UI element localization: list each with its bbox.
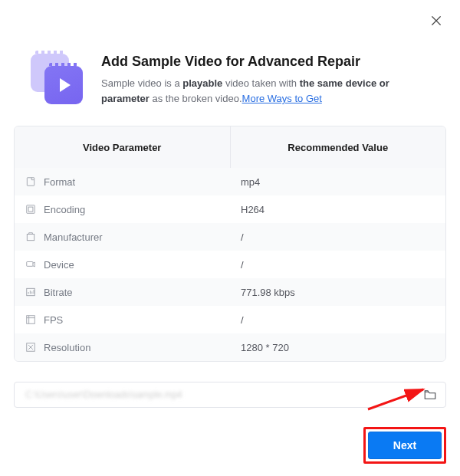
bitrate-icon <box>25 287 36 297</box>
dialog-subtitle: Sample video is a playable video taken w… <box>101 76 439 107</box>
table-row: Resolution 1280 * 720 <box>15 333 445 361</box>
close-button[interactable] <box>429 14 443 28</box>
svg-rect-4 <box>28 207 33 212</box>
manufacturer-icon <box>25 231 36 242</box>
svg-rect-8 <box>27 316 35 324</box>
fps-icon <box>25 314 36 325</box>
annotation-highlight-box: Next <box>363 427 446 464</box>
table-row: FPS / <box>15 306 445 333</box>
more-ways-link[interactable]: More Ways to Get <box>242 93 322 104</box>
device-icon <box>25 259 36 270</box>
resolution-icon <box>25 342 36 353</box>
sample-path-field[interactable]: C:\Users\user\Downloads\sample.mp4 <box>14 382 446 408</box>
parameter-table: Video Parameter Recommended Value Format… <box>14 126 446 362</box>
svg-rect-2 <box>27 178 34 186</box>
browse-folder-button[interactable] <box>422 388 438 402</box>
dialog-title: Add Sample Video for Advanced Repair <box>101 54 439 70</box>
folder-icon <box>422 391 438 404</box>
encoding-icon <box>25 204 36 215</box>
next-button[interactable]: Next <box>368 432 442 459</box>
video-app-icon <box>31 54 84 107</box>
table-row: Device / <box>15 251 445 278</box>
svg-rect-5 <box>27 235 34 241</box>
table-row: Bitrate 771.98 kbps <box>15 278 445 306</box>
svg-rect-3 <box>27 205 35 214</box>
format-icon <box>25 176 36 187</box>
column-header-parameter: Video Parameter <box>15 126 231 168</box>
table-row: Manufacturer / <box>15 223 445 251</box>
svg-rect-6 <box>27 262 33 267</box>
close-icon <box>429 17 443 30</box>
table-row: Encoding H264 <box>15 195 445 223</box>
table-row: Format mp4 <box>15 168 445 195</box>
sample-path-value: C:\Users\user\Downloads\sample.mp4 <box>25 389 182 400</box>
column-header-value: Recommended Value <box>231 126 446 168</box>
